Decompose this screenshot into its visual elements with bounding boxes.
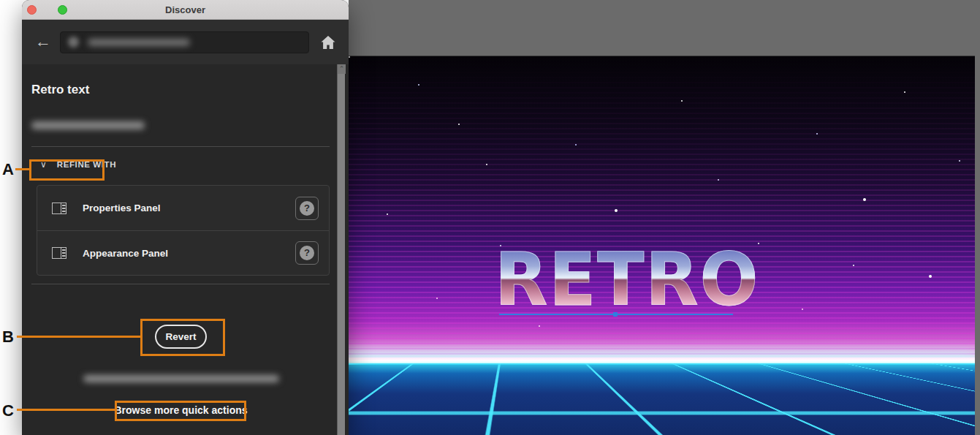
callout-label-b: B	[2, 328, 20, 347]
help-button[interactable]: ?	[295, 197, 319, 220]
discover-toolbar: ←	[22, 20, 349, 64]
list-item-appearance-panel[interactable]: Appearance Panel ?	[37, 230, 329, 275]
blurred-current-selection-text	[31, 121, 145, 131]
browse-more-quick-actions-link[interactable]: Browse more quick actions	[22, 404, 340, 416]
refine-options-list: Properties Panel ? Appearance Panel	[37, 185, 330, 276]
selection-anchor-dot	[613, 312, 618, 317]
zoom-window-button[interactable]	[58, 5, 67, 15]
app-background-frame: RETRO	[349, 0, 980, 435]
revert-button[interactable]: Revert	[155, 325, 207, 349]
traffic-lights	[27, 5, 67, 15]
window-title: Discover	[165, 4, 205, 15]
discover-window: Discover ← ⌃ Retro text ∨ REFINE	[22, 0, 349, 435]
search-input[interactable]	[60, 31, 309, 53]
divider	[31, 146, 330, 147]
back-arrow-icon[interactable]: ←	[34, 33, 53, 52]
scrollbar-up-icon[interactable]: ⌃	[338, 64, 346, 74]
chevron-down-icon: ∨	[40, 159, 47, 170]
list-item-properties-panel[interactable]: Properties Panel ?	[37, 186, 329, 230]
refine-with-section-toggle[interactable]: ∨ REFINE WITH	[40, 159, 116, 170]
window-titlebar[interactable]: Discover	[22, 0, 349, 20]
text-selection-baseline	[499, 314, 733, 315]
list-item-label: Appearance Panel	[83, 248, 295, 259]
scrollbar[interactable]: ⌃	[337, 64, 345, 435]
refine-with-label: REFINE WITH	[57, 160, 116, 169]
blur-bar	[83, 375, 279, 382]
callout-label-c: C	[2, 401, 20, 420]
screenshot-stage: RETRO Discover ← ⌃	[0, 0, 980, 435]
list-item-label: Properties Panel	[83, 203, 295, 213]
grid-floor	[349, 363, 975, 435]
panel-icon	[52, 203, 67, 214]
question-mark-icon: ?	[300, 246, 314, 260]
artwork-canvas[interactable]: RETRO	[349, 56, 975, 435]
panel-icon	[52, 247, 67, 259]
blurred-caption-text	[83, 375, 279, 384]
close-window-button[interactable]	[27, 5, 37, 15]
retro-headline-text[interactable]: RETRO	[495, 245, 810, 315]
divider	[31, 284, 330, 284]
search-icon	[68, 37, 79, 48]
blur-bar	[31, 121, 145, 129]
help-button[interactable]: ?	[295, 241, 319, 265]
home-icon[interactable]	[319, 34, 337, 51]
stars	[349, 56, 350, 58]
callout-label-a: A	[2, 160, 20, 179]
discover-content: ⌃ Retro text ∨ REFINE WITH	[22, 64, 349, 435]
question-mark-icon: ?	[300, 201, 314, 216]
page-title: Retro text	[31, 83, 89, 97]
blurred-search-text	[88, 39, 190, 46]
